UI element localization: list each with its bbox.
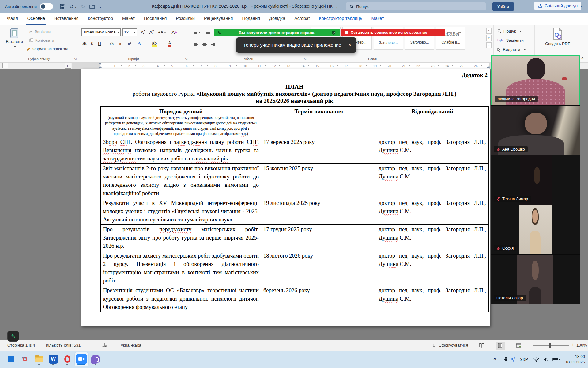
tray-battery-icon[interactable]	[552, 351, 560, 368]
document-page[interactable]: Додаток 2 ПЛАН роботи наукового гуртка «…	[81, 69, 490, 326]
search-box[interactable]: Пошук	[346, 2, 486, 10]
participant-tile[interactable]: Людмила Загородня	[491, 55, 580, 105]
focus-mode-button[interactable]: Сфокусуватися	[432, 343, 468, 347]
replace-button[interactable]: b⇄c Замінити	[497, 38, 524, 43]
collapse-ribbon-icon[interactable]: ^	[581, 56, 584, 61]
cell-term[interactable]: 18 лютого 2026 року	[261, 251, 376, 286]
bold-button[interactable]: Ж	[81, 40, 88, 48]
styles-down-arrow[interactable]: ˅	[486, 35, 492, 41]
grow-font-button[interactable]: Aˆ	[139, 28, 147, 36]
taskbar-app-opera[interactable]	[61, 352, 74, 366]
participant-tile[interactable]: Софія	[491, 205, 580, 254]
format-painter-button[interactable]: Формат за зразком	[26, 47, 68, 51]
participant-tile[interactable]: Аня Єрошко	[491, 106, 580, 155]
tooltip-close-icon[interactable]: ✕	[348, 42, 352, 48]
tray-location-icon[interactable]	[511, 351, 515, 368]
tab-layout[interactable]: Макет	[121, 13, 136, 25]
taskbar-app-zoom[interactable]	[75, 352, 88, 366]
cell-term[interactable]: 17 вересня 2025 року	[261, 137, 376, 164]
font-size-combo[interactable]: 12	[123, 28, 137, 36]
hanging-indent-marker[interactable]	[99, 66, 102, 68]
clear-formatting-button[interactable]: A◆	[170, 28, 178, 36]
tab-acrobat[interactable]: Acrobat	[293, 13, 311, 25]
cell-responsible[interactable]: доктор пед наук, проф. Загородня Л.П., Д…	[376, 198, 488, 225]
cell-responsible[interactable]: доктор пед наук, проф. Загородня Л.П., Д…	[376, 225, 488, 251]
cell-term[interactable]: 17 грудня 2025 року	[261, 225, 376, 251]
undo-button[interactable]: ↺	[70, 4, 77, 10]
zoom-out-button[interactable]: —	[527, 343, 532, 347]
italic-button[interactable]: К	[89, 40, 96, 48]
cell-agenda[interactable]: Збори СНГ. Обговорення і затвердження пл…	[100, 137, 261, 164]
paste-button[interactable]: Вставити	[5, 28, 24, 48]
zoom-slider-handle[interactable]	[549, 343, 551, 348]
right-indent-marker[interactable]	[487, 66, 490, 68]
read-mode-button[interactable]	[477, 342, 486, 350]
header-agenda[interactable]: Порядок денний(науковий семінар, наукови…	[100, 107, 261, 137]
cell-term[interactable]: 19 листопада 2025 року	[261, 198, 376, 225]
taskbar-app-word[interactable]: W	[47, 352, 60, 366]
taskbar-app-start[interactable]	[4, 352, 18, 366]
strikethrough-button[interactable]: ab	[108, 40, 116, 48]
tray-clock[interactable]: 18:00 18.11.2025	[565, 354, 585, 365]
zoom-in-button[interactable]: +	[571, 342, 574, 348]
word-count[interactable]: Кількість слів: 531	[46, 343, 81, 347]
page-indicator[interactable]: Сторінка 1 із 4	[7, 343, 35, 347]
font-family-combo[interactable]: Times New Roman	[81, 28, 121, 36]
tray-language[interactable]: УКР	[520, 351, 528, 368]
highlight-button[interactable]: ab	[151, 40, 160, 48]
taskbar-app-viber[interactable]	[89, 352, 102, 366]
cell-agenda[interactable]: Про результатів передзахисту магістерськ…	[100, 225, 261, 251]
proofing-errors-icon[interactable]	[102, 343, 107, 348]
select-button[interactable]: Виділити	[497, 47, 526, 52]
tab-insert[interactable]: Вставлення	[53, 13, 79, 25]
zoom-annotate-button[interactable]: ✎	[7, 331, 19, 342]
taskbar-app-explorer[interactable]	[32, 352, 46, 366]
font-dialog-launcher[interactable]: ⇲	[185, 57, 187, 61]
underline-caret-icon[interactable]	[103, 40, 107, 48]
tab-table-layout[interactable]: Макет	[371, 13, 385, 25]
open-folder-icon[interactable]	[89, 4, 95, 9]
numbering-button[interactable]	[203, 28, 212, 36]
print-layout-button[interactable]	[496, 342, 505, 350]
cell-term[interactable]: 15 жовтня 2025 року	[261, 164, 376, 198]
participant-tile[interactable]: Наталія Лазар	[491, 255, 580, 304]
styles-more-button[interactable]: ⌄	[486, 42, 492, 48]
tray-wifi-icon[interactable]	[533, 351, 539, 368]
align-center-button[interactable]	[201, 40, 208, 48]
zoom-slider[interactable]	[533, 345, 569, 346]
subscript-button[interactable]: x₂	[117, 40, 125, 48]
redo-button[interactable]: ↻	[81, 4, 85, 10]
tray-volume-icon[interactable]	[544, 351, 549, 368]
cell-agenda[interactable]: Про результатів захисту магістерських ро…	[100, 251, 261, 286]
tab-references[interactable]: Посилання	[143, 13, 168, 25]
cut-button[interactable]: ✂Вирізати	[29, 29, 51, 34]
cell-agenda[interactable]: Результати участі в XV Міжнародній інтер…	[100, 198, 261, 225]
clipboard-dialog-launcher[interactable]: ⇲	[74, 57, 77, 61]
language-indicator[interactable]: українська	[121, 343, 141, 347]
align-right-button[interactable]	[209, 40, 217, 48]
web-layout-button[interactable]	[514, 342, 523, 350]
align-left-button[interactable]	[192, 40, 200, 48]
cell-agenda[interactable]: Звіт магістрантів 2-го року навчання про…	[100, 164, 261, 198]
shrink-font-button[interactable]: Aˇ	[148, 28, 156, 36]
undo-caret-icon[interactable]	[75, 7, 77, 9]
header-term[interactable]: Термін виконання	[261, 107, 376, 137]
paste-caret-icon[interactable]	[14, 46, 16, 48]
tab-table-design[interactable]: Конструктор таблиць	[318, 13, 363, 25]
change-case-button[interactable]: Aa	[157, 28, 167, 36]
tab-help[interactable]: Довідка	[268, 13, 286, 25]
header-responsible[interactable]: Відповідальний	[376, 107, 488, 137]
tray-mic-icon[interactable]	[504, 351, 508, 368]
tab-file[interactable]: Файл	[6, 13, 19, 25]
taskbar-app-snip[interactable]: ✂	[18, 352, 32, 366]
customize-qat-button[interactable]: ⌄	[99, 5, 102, 9]
cell-term[interactable]: березень 2026 року	[261, 286, 376, 312]
copy-button[interactable]: Копіювати	[29, 38, 54, 43]
cell-responsible[interactable]: доктор пед наук, проф. Загородня Л.П., Д…	[376, 137, 488, 164]
paragraph-dialog-launcher[interactable]: ⇲	[304, 57, 306, 61]
zoom-percentage[interactable]: 100%	[576, 343, 587, 347]
tray-chevron-icon[interactable]: ^	[493, 351, 496, 368]
find-button[interactable]: Пошук	[497, 29, 521, 33]
title-chevron-icon[interactable]: ⌄	[336, 5, 338, 8]
tab-mailings[interactable]: Розсилки	[175, 13, 196, 25]
